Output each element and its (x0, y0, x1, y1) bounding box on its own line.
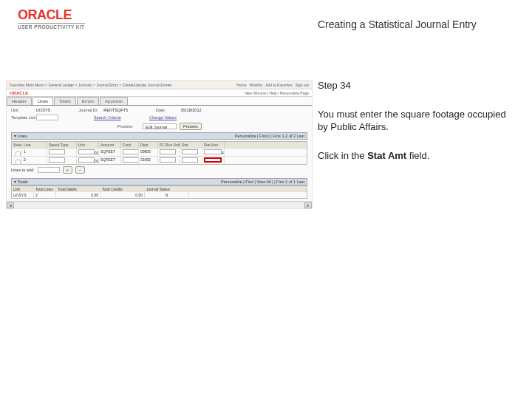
speedtype-input[interactable] (49, 149, 65, 154)
breadcrumb-bar: Favorites Main Menu > General Ledger > J… (7, 81, 312, 89)
cell-dept: 00805 (139, 149, 158, 156)
totals-section-header: ▾ Totals Personalize | Find | View All |… (11, 178, 307, 185)
link-worklist[interactable]: Worklist (250, 83, 263, 87)
col-account: Account (99, 142, 121, 148)
instruction-action: Click in the Stat Amt field. (318, 150, 506, 163)
lines-to-add-input[interactable] (38, 167, 60, 173)
col-unit: Unit (77, 142, 99, 148)
change-values-link[interactable]: Change Values (149, 115, 177, 120)
grid-row: 1 01 SQFEET 00805 4,400.00 (12, 148, 307, 156)
t-unit: UOSYS (12, 192, 34, 198)
stat-input[interactable] (182, 149, 198, 154)
instruction-text: You must enter the square footage occupi… (318, 109, 506, 134)
tab-lines[interactable]: Lines (33, 97, 53, 105)
lines-pager[interactable]: Personalize | Find | | First 1-2 of 2 La… (235, 134, 304, 138)
speedtype-input[interactable] (49, 157, 65, 163)
cell-account: SQFEET (99, 149, 121, 156)
fund-input[interactable] (123, 149, 139, 154)
horizontal-scrollbar[interactable]: ◄ ► (7, 201, 312, 208)
lines-grid: Select Line Speed Type Unit Account Fund… (11, 141, 307, 165)
journal-label: Journal ID: (78, 108, 100, 112)
process-label: Process: (117, 124, 140, 129)
oracle-bar: ORACLE New Window | Help | Personalize P… (7, 89, 312, 97)
cell-line: 1 (22, 149, 47, 156)
tab-bar: Header Lines Totals Errors Approval (7, 97, 312, 106)
scroll-right-icon[interactable]: ► (304, 202, 312, 208)
tab-approval[interactable]: Approval (100, 97, 128, 105)
tcol-unit: Unit (12, 186, 34, 192)
template-label: Template List: (11, 115, 33, 120)
col-statamt: Stat Amt (202, 142, 225, 148)
lines-to-add-label: Lines to add: (11, 168, 35, 172)
unit-input[interactable] (78, 149, 95, 154)
unit-label: Unit: (11, 108, 33, 112)
process-select[interactable]: Edit Journal (143, 123, 177, 129)
cell-dept: 01082 (139, 157, 158, 164)
date-label: Date: (156, 108, 178, 112)
link-home[interactable]: Home (236, 83, 246, 87)
template-input[interactable] (36, 115, 58, 120)
brand-logo: ORACLE USER PRODUCTIVITY KIT (18, 7, 85, 30)
add-line-button[interactable]: + (63, 166, 72, 174)
tcol-status: Journal Status (145, 186, 189, 192)
stat-input[interactable] (182, 157, 198, 163)
totals-grid: Unit Total Lines Total Debits Total Cred… (11, 185, 307, 199)
t-lines: 2 (34, 192, 56, 198)
scroll-left-icon[interactable]: ◄ (7, 202, 14, 208)
tab-errors[interactable]: Errors (77, 97, 99, 105)
form-area: Unit: UOSYS Journal ID: RENTSQFT5 Date: … (7, 106, 312, 209)
instruction-panel: Step 34 You must enter the square footag… (318, 80, 506, 163)
grid-row: 2 01 SQFEET 01082 (12, 156, 307, 164)
app-screenshot: Favorites Main Menu > General Ledger > J… (6, 80, 313, 209)
step-number: Step 34 (318, 80, 506, 92)
col-select: Select (12, 142, 22, 148)
tab-totals[interactable]: Totals (54, 97, 76, 105)
process-button[interactable]: Process (180, 123, 202, 130)
fund-input[interactable] (123, 157, 139, 163)
col-stat: Stat (180, 142, 202, 148)
unit-input[interactable] (78, 157, 95, 163)
statamt-input-highlighted[interactable] (204, 157, 222, 163)
t-status: N (145, 192, 189, 198)
field-name-bold: Stat Amt (367, 150, 406, 161)
tcol-lines: Total Lines (34, 186, 56, 192)
tcol-debits: Total Debits (56, 186, 100, 192)
inner-oracle-logo: ORACLE (10, 91, 28, 95)
oracle-bar-links[interactable]: New Window | Help | Personalize Page (245, 91, 309, 95)
row-checkbox[interactable] (16, 160, 21, 164)
link-add-favorites[interactable]: Add to Favorites (265, 83, 292, 87)
tab-header[interactable]: Header (7, 97, 32, 105)
cell-account: SQFEET (99, 157, 121, 164)
tcol-credits: Total Credits (100, 186, 145, 192)
oracle-subtitle: USER PRODUCTIVITY KIT (18, 23, 85, 30)
row-checkbox[interactable] (16, 151, 21, 156)
lines-title: ▾ Lines (14, 134, 27, 138)
t-credits: 0.00 (100, 192, 145, 198)
totals-pager[interactable]: Personalize | Find | View All | | First … (221, 180, 304, 184)
date-value: 05/18/2012 (181, 108, 202, 112)
col-speedtype: Speed Type (47, 142, 77, 148)
link-signout[interactable]: Sign out (296, 83, 309, 87)
remove-line-button[interactable]: − (75, 166, 85, 174)
unit-value: UOSYS (36, 108, 50, 112)
lines-section-header: ▾ Lines Personalize | Find | | First 1-2… (11, 132, 307, 140)
search-criteria-link[interactable]: Search Criteria (94, 115, 121, 120)
oracle-wordmark: ORACLE (18, 7, 85, 23)
col-pcbu: PC Bus Unit (158, 142, 180, 148)
col-fund: Fund (121, 142, 139, 148)
totals-title: ▾ Totals (14, 180, 28, 184)
statamt-input[interactable] (204, 149, 222, 154)
t-debits: 0.00 (56, 192, 100, 198)
col-dept: Dept (139, 142, 158, 148)
page-title: Creating a Statistical Journal Entry (318, 18, 477, 30)
col-line: Line (22, 142, 47, 148)
pcbu-input[interactable] (160, 157, 176, 163)
cell-line: 2 (22, 157, 47, 164)
breadcrumb: Favorites Main Menu > General Ledger > J… (10, 83, 172, 87)
pcbu-input[interactable] (160, 149, 176, 154)
journal-value: RENTSQFT5 (103, 108, 128, 112)
